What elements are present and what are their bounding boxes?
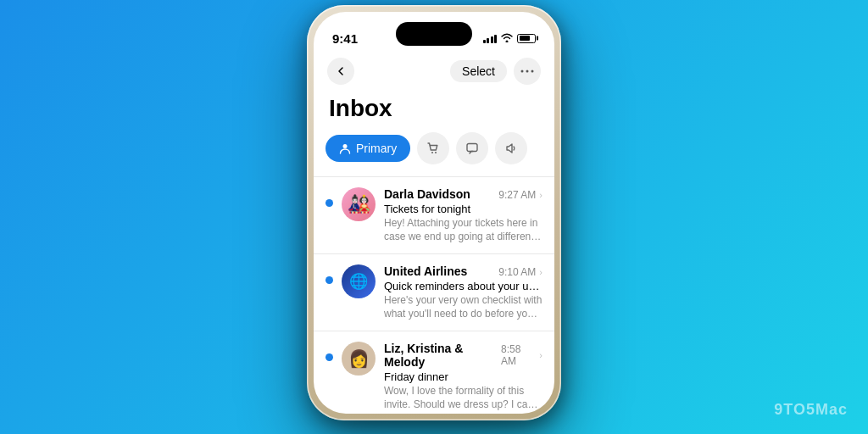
cart-icon bbox=[426, 142, 440, 155]
email-header-1: Darla Davidson 9:27 AM › bbox=[384, 187, 542, 201]
inbox-title: Inbox bbox=[314, 92, 554, 132]
email-sender-1: Darla Davidson bbox=[384, 187, 470, 201]
wifi-icon bbox=[501, 32, 513, 45]
phone-screen: 9:41 bbox=[314, 12, 554, 414]
email-content-2: United Airlines 9:10 AM › Quick reminder… bbox=[384, 264, 542, 320]
email-time-1: 9:27 AM bbox=[498, 189, 536, 201]
email-item-2[interactable]: 🌐 United Airlines 9:10 AM › Quick remind… bbox=[314, 253, 554, 331]
watermark: 9TO5Mac bbox=[774, 401, 848, 419]
email-time-3: 8:58 AM bbox=[501, 343, 536, 367]
email-preview-2: Here's your very own checklist with what… bbox=[384, 294, 542, 320]
category-tabs: Primary bbox=[314, 132, 554, 176]
status-time: 9:41 bbox=[332, 31, 358, 46]
select-button[interactable]: Select bbox=[450, 60, 507, 82]
svg-point-1 bbox=[526, 70, 529, 73]
back-button[interactable] bbox=[327, 58, 354, 85]
svg-point-4 bbox=[431, 152, 433, 153]
unread-dot bbox=[326, 199, 333, 207]
avatar-united: 🌐 bbox=[342, 264, 376, 298]
email-subject-2: Quick reminders about your upcoming... 🛒 bbox=[384, 280, 542, 292]
email-subject-3: Friday dinner bbox=[384, 370, 542, 383]
email-subject-1: Tickets for tonight bbox=[384, 203, 542, 215]
avatar-group: 👩 bbox=[342, 342, 376, 376]
chat-icon bbox=[465, 142, 479, 155]
email-preview-1: Hey! Attaching your tickets here in case… bbox=[384, 217, 542, 243]
unread-dot-3 bbox=[326, 353, 333, 361]
svg-rect-6 bbox=[467, 144, 477, 152]
status-icons bbox=[483, 32, 537, 45]
chevron-right-icon-3: › bbox=[539, 350, 542, 360]
email-sender-2: United Airlines bbox=[384, 264, 467, 278]
email-content-1: Darla Davidson 9:27 AM › Tickets for ton… bbox=[384, 187, 542, 243]
tab-social[interactable] bbox=[456, 132, 488, 164]
email-time-row-2: 9:10 AM › bbox=[498, 266, 542, 278]
tab-promotions[interactable] bbox=[495, 132, 527, 164]
tab-shopping[interactable] bbox=[417, 132, 449, 164]
signal-icon bbox=[483, 33, 498, 43]
svg-point-2 bbox=[531, 70, 534, 73]
email-time-row-1: 9:27 AM › bbox=[498, 189, 542, 201]
svg-point-3 bbox=[343, 144, 348, 148]
megaphone-icon bbox=[504, 142, 518, 155]
chevron-right-icon-2: › bbox=[539, 267, 542, 277]
svg-point-5 bbox=[435, 152, 437, 153]
tab-primary-label: Primary bbox=[356, 142, 397, 155]
email-item-3[interactable]: 👩 Liz, Kristina & Melody 8:58 AM › Frida… bbox=[314, 331, 554, 414]
nav-right-actions: Select bbox=[450, 58, 541, 85]
tab-primary[interactable]: Primary bbox=[326, 135, 410, 162]
battery-icon bbox=[517, 34, 536, 43]
email-time-2: 9:10 AM bbox=[498, 266, 536, 278]
person-icon bbox=[339, 142, 351, 154]
chevron-right-icon-1: › bbox=[539, 190, 542, 200]
email-header-2: United Airlines 9:10 AM › bbox=[384, 264, 542, 278]
email-item-1[interactable]: 🎎 Darla Davidson 9:27 AM › Tickets for t… bbox=[314, 176, 554, 253]
nav-bar: Select bbox=[314, 54, 554, 92]
email-list: 🎎 Darla Davidson 9:27 AM › Tickets for t… bbox=[314, 176, 554, 414]
email-header-3: Liz, Kristina & Melody 8:58 AM › bbox=[384, 342, 542, 369]
email-time-row-3: 8:58 AM › bbox=[501, 343, 542, 367]
unread-dot-2 bbox=[326, 276, 333, 284]
avatar-darla: 🎎 bbox=[342, 187, 376, 221]
email-content-3: Liz, Kristina & Melody 8:58 AM › Friday … bbox=[384, 342, 542, 411]
svg-point-0 bbox=[521, 70, 524, 73]
email-sender-3: Liz, Kristina & Melody bbox=[384, 342, 501, 369]
phone-frame: 9:41 bbox=[307, 5, 561, 420]
dynamic-island bbox=[396, 22, 472, 46]
email-preview-3: Wow, I love the formality of this invite… bbox=[384, 385, 542, 411]
more-button[interactable] bbox=[514, 58, 541, 85]
